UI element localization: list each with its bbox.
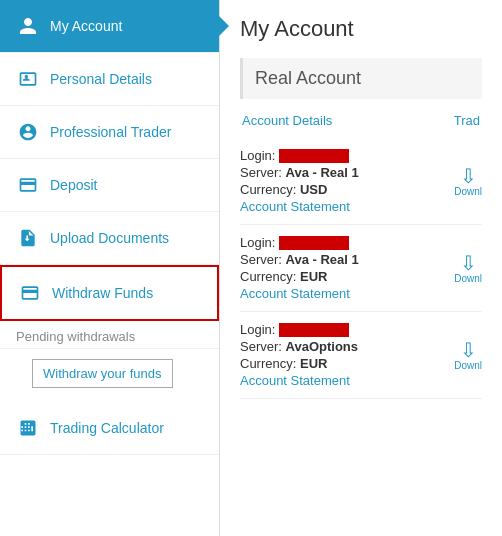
currency-line: Currency: EUR bbox=[240, 269, 444, 284]
upload-icon bbox=[16, 226, 40, 250]
sidebar: My Account Personal Details Professional… bbox=[0, 0, 220, 536]
sidebar-item-my-account[interactable]: My Account bbox=[0, 0, 219, 53]
currency-value: USD bbox=[300, 182, 327, 197]
server-line: Server: AvaOptions bbox=[240, 339, 444, 354]
sidebar-professional-trader-label: Professional Trader bbox=[50, 124, 171, 140]
currency-value: EUR bbox=[300, 269, 327, 284]
deposit-icon bbox=[16, 173, 40, 197]
sidebar-item-deposit[interactable]: Deposit bbox=[0, 159, 219, 212]
account-row: Login: Server: Ava - Real 1 Currency: EU… bbox=[240, 225, 482, 312]
login-line: Login: bbox=[240, 148, 444, 163]
login-redacted bbox=[279, 149, 349, 163]
sidebar-item-upload-documents[interactable]: Upload Documents bbox=[0, 212, 219, 265]
sidebar-item-trading-calculator[interactable]: Trading Calculator bbox=[0, 402, 219, 455]
login-line: Login: bbox=[240, 235, 444, 250]
withdraw-your-funds-text: Withdraw your funds bbox=[43, 366, 162, 381]
withdraw-your-funds-container: Withdraw your funds bbox=[0, 349, 219, 402]
currency-line: Currency: EUR bbox=[240, 356, 444, 371]
sidebar-trading-calculator-label: Trading Calculator bbox=[50, 420, 164, 436]
withdraw-icon bbox=[18, 281, 42, 305]
download-button-1[interactable]: ⇩ Downl bbox=[454, 253, 482, 284]
server-value: Ava - Real 1 bbox=[286, 252, 359, 267]
person-icon bbox=[16, 14, 40, 38]
sidebar-upload-documents-label: Upload Documents bbox=[50, 230, 169, 246]
download-label-1: Downl bbox=[454, 273, 482, 284]
server-line: Server: Ava - Real 1 bbox=[240, 165, 444, 180]
account-row: Login: Server: Ava - Real 1 Currency: US… bbox=[240, 138, 482, 225]
sidebar-item-personal-details[interactable]: Personal Details bbox=[0, 53, 219, 106]
account-statement-link-0[interactable]: Account Statement bbox=[240, 199, 350, 214]
login-label: Login: bbox=[240, 235, 275, 250]
pending-withdrawals-label: Pending withdrawals bbox=[16, 329, 135, 344]
login-redacted bbox=[279, 323, 349, 337]
sidebar-item-professional-trader[interactable]: Professional Trader bbox=[0, 106, 219, 159]
account-row: Login: Server: AvaOptions Currency: EUR … bbox=[240, 312, 482, 399]
download-button-2[interactable]: ⇩ Downl bbox=[454, 340, 482, 371]
download-icon-0: ⇩ bbox=[460, 166, 477, 186]
download-icon-2: ⇩ bbox=[460, 340, 477, 360]
id-card-icon bbox=[16, 67, 40, 91]
download-label-0: Downl bbox=[454, 186, 482, 197]
trader-icon bbox=[16, 120, 40, 144]
sidebar-withdraw-funds-label: Withdraw Funds bbox=[52, 285, 153, 301]
pending-withdrawals-section: Pending withdrawals bbox=[0, 321, 219, 349]
header-account-details: Account Details bbox=[242, 113, 332, 128]
page-title: My Account bbox=[240, 16, 482, 42]
account-info: Login: Server: Ava - Real 1 Currency: EU… bbox=[240, 235, 444, 301]
section-title: Real Account bbox=[240, 58, 482, 99]
download-label-2: Downl bbox=[454, 360, 482, 371]
header-trading: Trad bbox=[454, 113, 480, 128]
sidebar-my-account-label: My Account bbox=[50, 18, 122, 34]
currency-value: EUR bbox=[300, 356, 327, 371]
login-label: Login: bbox=[240, 322, 275, 337]
login-line: Login: bbox=[240, 322, 444, 337]
account-statement-link-2[interactable]: Account Statement bbox=[240, 373, 350, 388]
login-redacted bbox=[279, 236, 349, 250]
account-info: Login: Server: Ava - Real 1 Currency: US… bbox=[240, 148, 444, 214]
sidebar-deposit-label: Deposit bbox=[50, 177, 97, 193]
account-info: Login: Server: AvaOptions Currency: EUR … bbox=[240, 322, 444, 388]
account-statement-link-1[interactable]: Account Statement bbox=[240, 286, 350, 301]
server-line: Server: Ava - Real 1 bbox=[240, 252, 444, 267]
login-label: Login: bbox=[240, 148, 275, 163]
withdraw-your-funds-link[interactable]: Withdraw your funds bbox=[32, 359, 173, 388]
server-value: Ava - Real 1 bbox=[286, 165, 359, 180]
accounts-header: Account Details Trad bbox=[240, 113, 482, 128]
sidebar-item-withdraw-funds[interactable]: Withdraw Funds bbox=[0, 265, 219, 321]
download-icon-1: ⇩ bbox=[460, 253, 477, 273]
calculator-icon bbox=[16, 416, 40, 440]
download-button-0[interactable]: ⇩ Downl bbox=[454, 166, 482, 197]
server-value: AvaOptions bbox=[286, 339, 358, 354]
main-content: My Account Real Account Account Details … bbox=[220, 0, 502, 536]
currency-line: Currency: USD bbox=[240, 182, 444, 197]
sidebar-personal-details-label: Personal Details bbox=[50, 71, 152, 87]
